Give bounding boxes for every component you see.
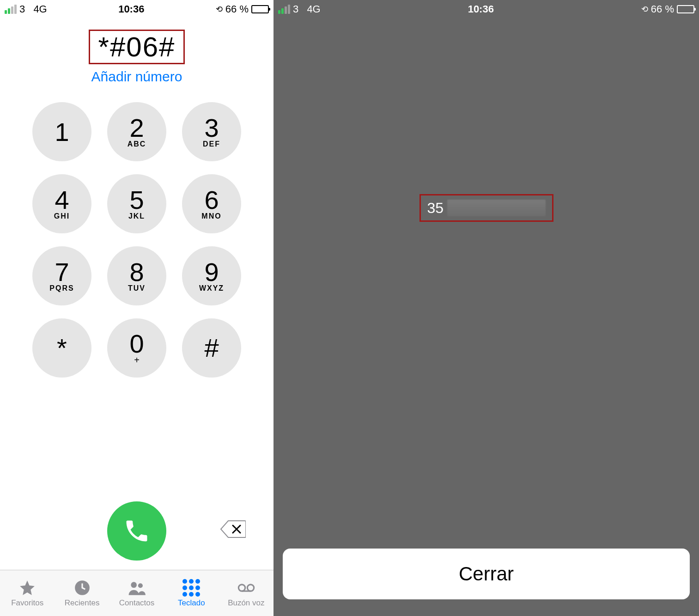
key-digit: 0	[129, 331, 144, 357]
contacts-icon	[128, 579, 146, 597]
battery-percent: 66 %	[651, 3, 674, 15]
svg-point-3	[238, 584, 245, 591]
backspace-icon	[220, 520, 246, 538]
dialed-number: *#06#	[89, 30, 185, 64]
orientation-lock-icon: ⟲	[641, 4, 648, 14]
key-digit: 9	[204, 259, 219, 285]
tab-contacts[interactable]: Contactos	[109, 570, 164, 616]
signal-icon	[278, 5, 290, 14]
battery-icon	[251, 5, 269, 13]
status-time: 10:36	[468, 3, 494, 15]
svg-point-4	[247, 584, 254, 591]
key-7[interactable]: 7 PQRS	[32, 246, 91, 305]
tab-label: Contactos	[119, 598, 155, 608]
clock-icon	[73, 579, 91, 597]
key-letters: GHI	[54, 212, 70, 220]
key-letters: MNO	[201, 212, 221, 220]
key-letters: WXYZ	[199, 284, 224, 293]
carrier-label: 3	[19, 3, 25, 15]
key-9[interactable]: 9 WXYZ	[182, 246, 241, 305]
imei-result-screen: 3 4G 10:36 ⟲ 66 % 35 Cerrar	[274, 0, 699, 616]
signal-icon	[5, 5, 17, 14]
key-digit: 7	[55, 259, 69, 285]
voicemail-icon	[237, 579, 255, 597]
network-label: 4G	[33, 3, 47, 15]
key-digit: #	[204, 335, 219, 361]
keypad-icon	[182, 579, 200, 597]
orientation-lock-icon: ⟲	[216, 4, 223, 14]
key-8[interactable]: 8 TUV	[107, 246, 166, 305]
key-letters: TUV	[128, 284, 146, 293]
dialer-screen: 3 4G 10:36 ⟲ 66 % *#06# Añadir número 1 …	[0, 0, 274, 616]
tab-favorites[interactable]: Favoritos	[0, 570, 55, 616]
key-pound[interactable]: #	[182, 318, 241, 378]
phone-icon	[123, 517, 151, 545]
key-digit: 3	[204, 115, 219, 141]
svg-point-2	[138, 583, 143, 588]
star-icon	[18, 579, 36, 597]
key-letters: +	[134, 355, 140, 366]
tab-label: Teclado	[178, 598, 205, 608]
key-digit: 1	[55, 119, 69, 145]
tab-label: Buzón voz	[228, 598, 264, 608]
tab-label: Recientes	[65, 598, 100, 608]
tab-voicemail[interactable]: Buzón voz	[219, 570, 274, 616]
key-letters: DEF	[203, 140, 220, 148]
key-letters: JKL	[128, 212, 145, 220]
tab-keypad[interactable]: Teclado	[164, 570, 219, 616]
battery-icon	[677, 5, 694, 13]
battery-percent: 66 %	[225, 3, 249, 15]
key-6[interactable]: 6 MNO	[182, 174, 241, 233]
key-0[interactable]: 0 +	[107, 318, 166, 378]
imei-prefix: 35	[427, 200, 444, 217]
backspace-button[interactable]	[220, 520, 246, 538]
tab-recents[interactable]: Recientes	[55, 570, 109, 616]
imei-display-area: 35	[274, 18, 699, 549]
close-button[interactable]: Cerrar	[283, 549, 690, 599]
key-digit: 6	[204, 187, 219, 213]
keypad: 1 2 ABC 3 DEF 4 GHI 5 JKL 6 MNO 7 PQRS 8	[0, 89, 274, 488]
tab-label: Favoritos	[11, 598, 43, 608]
tab-bar: Favoritos Recientes Contactos Teclado Bu…	[0, 570, 274, 616]
key-digit: 8	[129, 259, 144, 285]
network-label: 4G	[307, 3, 320, 15]
svg-point-1	[131, 582, 137, 588]
key-4[interactable]: 4 GHI	[32, 174, 91, 233]
key-5[interactable]: 5 JKL	[107, 174, 166, 233]
key-1[interactable]: 1	[32, 102, 91, 161]
imei-value-box: 35	[419, 194, 553, 222]
add-number-link[interactable]: Añadir número	[0, 69, 274, 85]
status-time: 10:36	[118, 3, 144, 15]
call-button[interactable]	[107, 501, 166, 561]
key-3[interactable]: 3 DEF	[182, 102, 241, 161]
key-digit: 4	[55, 187, 69, 213]
key-letters: PQRS	[49, 284, 74, 293]
imei-redacted	[447, 200, 545, 216]
dial-display: *#06# Añadir número	[0, 18, 274, 89]
status-bar: 3 4G 10:36 ⟲ 66 %	[274, 0, 699, 18]
carrier-label: 3	[293, 3, 298, 15]
key-2[interactable]: 2 ABC	[107, 102, 166, 161]
key-letters: ABC	[128, 140, 146, 148]
key-digit: 2	[129, 115, 144, 141]
status-bar: 3 4G 10:36 ⟲ 66 %	[0, 0, 274, 18]
key-digit: 5	[129, 187, 144, 213]
key-star[interactable]: *	[32, 318, 91, 378]
close-bar: Cerrar	[274, 549, 699, 616]
call-row	[0, 488, 274, 570]
key-digit: *	[57, 335, 67, 361]
